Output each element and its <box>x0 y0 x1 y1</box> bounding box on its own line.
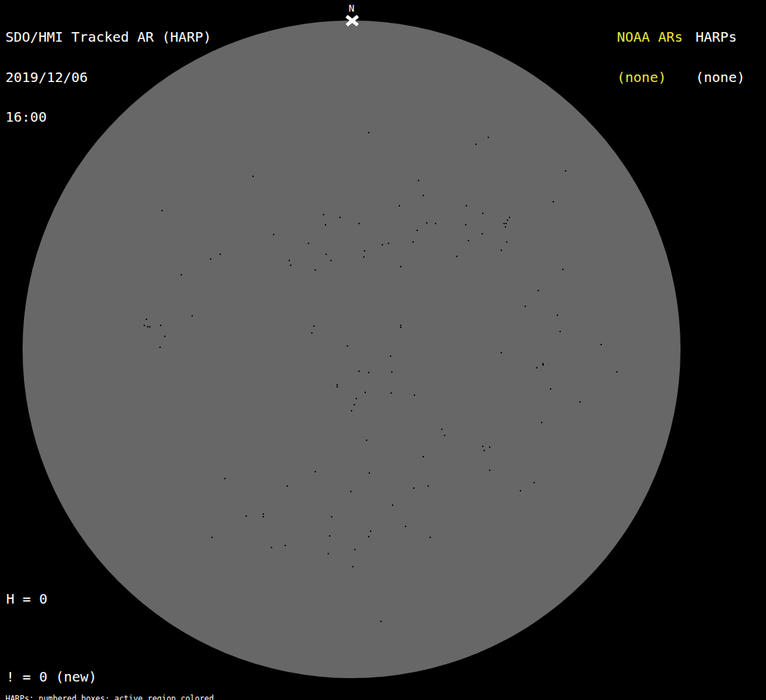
legend-spacer <box>6 632 163 645</box>
footer-notes: HARPs: numbered boxes; active region col… <box>5 677 280 700</box>
noaa-ars-status: NOAA ARs (none) <box>617 4 683 111</box>
noaa-ars-value: (none) <box>617 71 683 85</box>
title-block: SDO/HMI Tracked AR (HARP) 2019/12/06 16:… <box>5 4 211 151</box>
north-label: N <box>342 3 361 13</box>
page-title: SDO/HMI Tracked AR (HARP) <box>5 31 211 44</box>
solar-harp-view: SDO/HMI Tracked AR (HARP) 2019/12/06 16:… <box>0 0 766 700</box>
footer-harps-note: HARPs: numbered boxes; active region col… <box>5 695 280 700</box>
date-label: 2019/12/06 <box>5 71 211 85</box>
time-label: 16:00 <box>5 111 211 124</box>
noaa-ars-label: NOAA ARs <box>617 31 683 44</box>
harps-status: HARPs (none) <box>696 4 745 111</box>
harp-count: H = 0 <box>6 593 163 606</box>
north-cross-icon <box>345 14 359 26</box>
harps-value: (none) <box>696 71 745 85</box>
harps-label: HARPs <box>696 31 745 44</box>
